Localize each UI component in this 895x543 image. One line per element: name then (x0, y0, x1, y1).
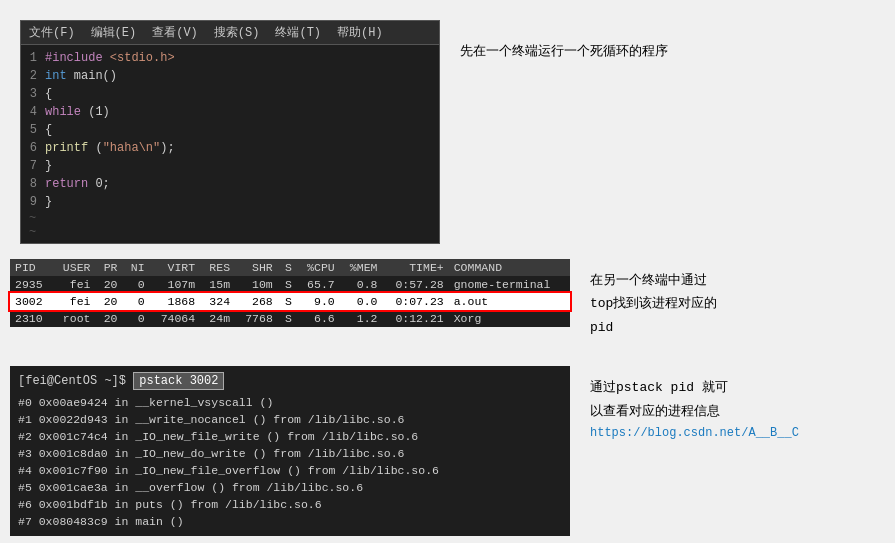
annotation-line: top找到该进程对应的 (590, 292, 717, 315)
annotation-top: 先在一个终端运行一个死循环的程序 (460, 10, 668, 63)
line-number: 6 (21, 139, 45, 157)
line-number: 1 (21, 49, 45, 67)
table-cell: fei (53, 293, 96, 310)
table-cell: 20 (95, 293, 122, 310)
editor-content: 1#include <stdio.h>2int main()3{4 while … (21, 45, 439, 243)
pstack-line: #3 0x001c8da0 in _IO_new_do_write () fro… (18, 445, 562, 462)
tilde-1: ~ (21, 211, 439, 225)
table-cell: 0:12.21 (382, 310, 448, 327)
table-cell: 0 (123, 276, 150, 293)
line-code: return 0; (45, 175, 110, 193)
col-header-s: S (278, 259, 297, 276)
table-cell: 65.7 (297, 276, 340, 293)
table-cell: 107m (150, 276, 201, 293)
code-line-2: 2int main() (21, 67, 439, 85)
pstack-section: [fei@CentOS ~]$ pstack 3002 #0 0x00ae942… (0, 356, 895, 543)
line-number: 2 (21, 67, 45, 85)
code-line-6: 6 printf ("haha\n"); (21, 139, 439, 157)
col-header-user: USER (53, 259, 96, 276)
pstack-line: #5 0x001cae3a in __overflow () from /lib… (18, 479, 562, 496)
col-header-shr: SHR (235, 259, 278, 276)
editor-menubar[interactable]: 文件(F) 编辑(E) 查看(V) 搜索(S) 终端(T) 帮助(H) (21, 21, 439, 45)
line-code: printf ("haha\n"); (45, 139, 175, 157)
col-header-pr: PR (95, 259, 122, 276)
annotation-middle: 在另一个终端中通过top找到该进程对应的pid (590, 259, 717, 339)
table-row: 2935fei200107m15m10mS65.70.80:57.28gnome… (10, 276, 570, 293)
pstack-command: pstack 3002 (133, 372, 224, 390)
col-header-pid: PID (10, 259, 53, 276)
process-table: PIDUSERPRNIVIRTRESSHRS%CPU%MEMTIME+COMMA… (10, 259, 570, 327)
pstack-line: #7 0x080483c9 in main () (18, 513, 562, 530)
table-cell: a.out (449, 293, 570, 310)
pstack-line: #0 0x00ae9424 in __kernel_vsyscall () (18, 394, 562, 411)
table-cell: 10m (235, 276, 278, 293)
top-section: 文件(F) 编辑(E) 查看(V) 搜索(S) 终端(T) 帮助(H) 1#in… (0, 0, 895, 254)
process-section: PIDUSERPRNIVIRTRESSHRS%CPU%MEMTIME+COMMA… (0, 254, 895, 344)
code-line-7: 7 } (21, 157, 439, 175)
line-number: 9 (21, 193, 45, 211)
line-code: int main() (45, 67, 117, 85)
table-cell: 0 (123, 310, 150, 327)
url-link: https://blog.csdn.net/A__B__C (590, 423, 799, 445)
table-cell: root (53, 310, 96, 327)
menu-file[interactable]: 文件(F) (29, 24, 75, 41)
prompt-text: [fei@CentOS ~]$ (18, 374, 126, 388)
table-cell: 6.6 (297, 310, 340, 327)
table-cell: S (278, 310, 297, 327)
pstack-line: #6 0x001bdf1b in puts () from /lib/libc.… (18, 496, 562, 513)
menu-edit[interactable]: 编辑(E) (91, 24, 137, 41)
process-table-wrapper: PIDUSERPRNIVIRTRESSHRS%CPU%MEMTIME+COMMA… (10, 259, 570, 327)
annotation-line: 通过pstack pid 就可 (590, 376, 799, 399)
col-header-%mem: %MEM (340, 259, 383, 276)
editor-window: 文件(F) 编辑(E) 查看(V) 搜索(S) 终端(T) 帮助(H) 1#in… (20, 20, 440, 244)
col-header-virt: VIRT (150, 259, 201, 276)
col-header-time+: TIME+ (382, 259, 448, 276)
table-cell: 9.0 (297, 293, 340, 310)
menu-search[interactable]: 搜索(S) (214, 24, 260, 41)
table-cell: 1.2 (340, 310, 383, 327)
annotation-line: 以查看对应的进程信息 (590, 400, 799, 423)
table-cell: 15m (200, 276, 235, 293)
table-cell: 3002 (10, 293, 53, 310)
pstack-line: #4 0x001c7f90 in _IO_new_file_overflow (… (18, 462, 562, 479)
table-cell: 20 (95, 276, 122, 293)
pstack-terminal: [fei@CentOS ~]$ pstack 3002 #0 0x00ae942… (10, 366, 570, 536)
table-cell: S (278, 276, 297, 293)
table-cell: 2310 (10, 310, 53, 327)
line-code: } (45, 193, 52, 211)
menu-help[interactable]: 帮助(H) (337, 24, 383, 41)
table-cell: 0 (123, 293, 150, 310)
annotation-bottom: 通过pstack pid 就可以查看对应的进程信息 https://blog.c… (590, 366, 799, 444)
line-code: while (1) (45, 103, 110, 121)
line-number: 8 (21, 175, 45, 193)
tilde-2: ~ (21, 225, 439, 239)
table-row: 2310root2007406424m7768S6.61.20:12.21Xor… (10, 310, 570, 327)
table-cell: 74064 (150, 310, 201, 327)
line-number: 5 (21, 121, 45, 139)
annotation-line: 在另一个终端中通过 (590, 269, 717, 292)
code-line-8: 8 return 0; (21, 175, 439, 193)
menu-terminal[interactable]: 终端(T) (275, 24, 321, 41)
line-number: 3 (21, 85, 45, 103)
col-header-command: COMMAND (449, 259, 570, 276)
annotation-line: pid (590, 316, 717, 339)
table-cell: fei (53, 276, 96, 293)
col-header-res: RES (200, 259, 235, 276)
code-line-1: 1#include <stdio.h> (21, 49, 439, 67)
line-number: 7 (21, 157, 45, 175)
table-cell: Xorg (449, 310, 570, 327)
line-code: { (45, 85, 52, 103)
line-code: #include <stdio.h> (45, 49, 175, 67)
table-cell: 324 (200, 293, 235, 310)
code-line-3: 3{ (21, 85, 439, 103)
table-cell: 1868 (150, 293, 201, 310)
table-cell: S (278, 293, 297, 310)
process-tbody: 2935fei200107m15m10mS65.70.80:57.28gnome… (10, 276, 570, 327)
pstack-line: #1 0x0022d943 in __write_nocancel () fro… (18, 411, 562, 428)
menu-view[interactable]: 查看(V) (152, 24, 198, 41)
code-line-5: 5 { (21, 121, 439, 139)
pstack-output: #0 0x00ae9424 in __kernel_vsyscall ()#1 … (18, 394, 562, 530)
table-cell: gnome-terminal (449, 276, 570, 293)
line-number: 4 (21, 103, 45, 121)
table-cell: 2935 (10, 276, 53, 293)
